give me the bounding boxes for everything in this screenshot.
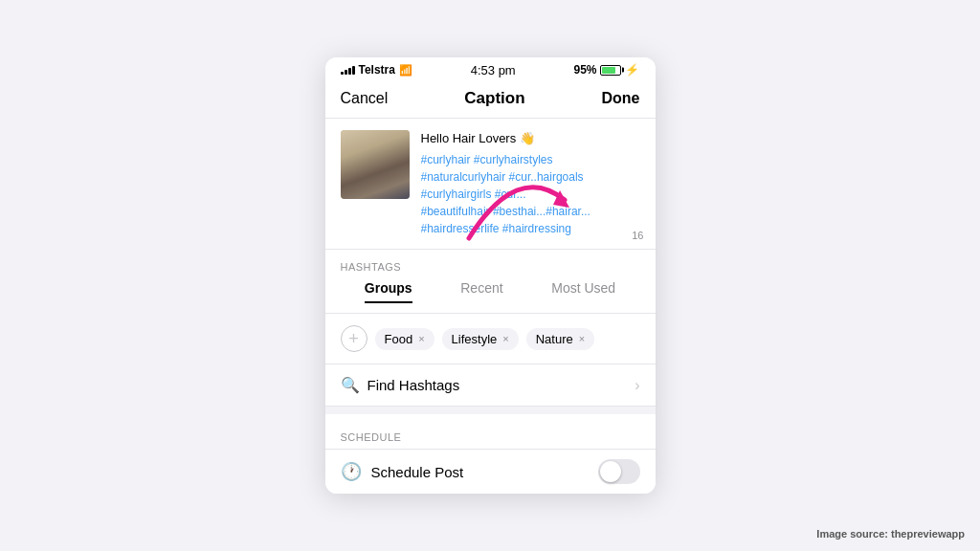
- charging-icon: ⚡: [625, 63, 639, 77]
- toggle-knob: [600, 461, 621, 482]
- signal-bar-1: [341, 72, 344, 75]
- signal-bar-4: [352, 66, 355, 75]
- find-hashtags-left: 🔍 Find Hashtags: [341, 376, 460, 394]
- find-hashtags-row[interactable]: 🔍 Find Hashtags ›: [325, 364, 656, 407]
- hashtags-label: HASHTAGS: [325, 257, 656, 280]
- chip-nature-close[interactable]: ×: [579, 333, 585, 344]
- battery-fill: [602, 67, 615, 74]
- nav-bar: Cancel Caption Done: [325, 81, 656, 119]
- status-bar: Telstra 📶 4:53 pm 95% ⚡: [325, 57, 656, 81]
- chip-nature: Nature ×: [526, 328, 594, 350]
- clock-icon: 🕐: [341, 461, 362, 482]
- carrier-name: Telstra: [359, 63, 395, 77]
- schedule-left: 🕐 Schedule Post: [341, 461, 464, 482]
- chip-nature-label: Nature: [536, 332, 573, 346]
- page-title: Caption: [464, 89, 524, 108]
- hashtags-section: HASHTAGS Groups Recent Most Used + Food …: [325, 250, 656, 364]
- status-right: 95% ⚡: [573, 63, 639, 77]
- chip-lifestyle: Lifestyle ×: [442, 328, 519, 350]
- post-thumbnail: [341, 130, 410, 199]
- schedule-label: SCHEDULE: [325, 422, 656, 449]
- done-button[interactable]: Done: [602, 90, 640, 107]
- chip-food-close[interactable]: ×: [418, 333, 424, 344]
- add-group-button[interactable]: +: [341, 325, 368, 352]
- tab-recent[interactable]: Recent: [460, 280, 502, 303]
- chip-food: Food ×: [375, 328, 434, 350]
- post-image-inner: [341, 130, 410, 199]
- schedule-section: SCHEDULE 🕐 Schedule Post: [325, 422, 656, 494]
- caption-hashtags: #curlyhair #curlyhairstyles #naturalcurl…: [421, 151, 640, 237]
- chip-food-label: Food: [385, 332, 413, 346]
- status-left: Telstra 📶: [341, 63, 412, 77]
- hashtags-tabs: Groups Recent Most Used: [325, 280, 656, 314]
- schedule-post-label: Schedule Post: [371, 464, 464, 480]
- signal-bar-2: [345, 70, 347, 75]
- phone-frame: Telstra 📶 4:53 pm 95% ⚡ Cancel Caption D…: [325, 57, 656, 494]
- cancel-button[interactable]: Cancel: [341, 90, 389, 107]
- post-preview: Hello Hair Lovers 👋 #curlyhair #curlyhai…: [325, 119, 656, 249]
- schedule-toggle[interactable]: [598, 459, 640, 484]
- battery-icon: [600, 65, 621, 76]
- tab-groups[interactable]: Groups: [365, 280, 412, 303]
- signal-bar-3: [348, 68, 351, 75]
- status-time: 4:53 pm: [471, 63, 516, 77]
- battery-percent: 95%: [573, 63, 596, 77]
- signal-bars: [341, 65, 355, 75]
- find-hashtags-label: Find Hashtags: [368, 377, 460, 393]
- chevron-right-icon: ›: [635, 377, 639, 394]
- post-caption-area[interactable]: Hello Hair Lovers 👋 #curlyhair #curlyhai…: [421, 130, 640, 237]
- wifi-icon: 📶: [399, 64, 412, 77]
- search-icon: 🔍: [341, 376, 360, 394]
- tab-most-used[interactable]: Most Used: [551, 280, 615, 303]
- image-source: Image source: thepreviewapp: [816, 528, 965, 540]
- char-count: 16: [632, 230, 643, 241]
- chip-lifestyle-label: Lifestyle: [452, 332, 498, 346]
- section-divider: [325, 407, 656, 414]
- caption-title: Hello Hair Lovers 👋: [421, 130, 640, 147]
- schedule-row: 🕐 Schedule Post: [325, 449, 656, 494]
- chip-lifestyle-close[interactable]: ×: [502, 333, 508, 344]
- groups-row: + Food × Lifestyle × Nature ×: [325, 314, 656, 364]
